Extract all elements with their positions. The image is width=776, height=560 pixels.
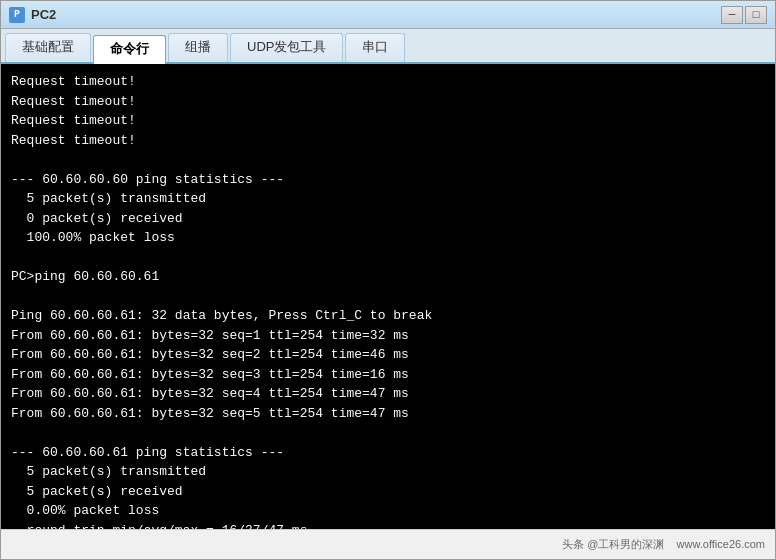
bottom-bar: 头条 @工科男的深渊 www.office26.com [1, 529, 775, 559]
watermark-text: 头条 @工科男的深渊 www.office26.com [562, 537, 765, 552]
main-window: P PC2 ─ □ 基础配置 命令行 组播 UDP发包工具 串口 Request… [0, 0, 776, 560]
window-title: PC2 [31, 7, 721, 22]
maximize-button[interactable]: □ [745, 6, 767, 24]
tab-serial[interactable]: 串口 [345, 33, 405, 62]
window-controls: ─ □ [721, 6, 767, 24]
tab-udp[interactable]: UDP发包工具 [230, 33, 343, 62]
tab-bar: 基础配置 命令行 组播 UDP发包工具 串口 [1, 29, 775, 64]
minimize-button[interactable]: ─ [721, 6, 743, 24]
tab-group[interactable]: 组播 [168, 33, 228, 62]
tab-cmd[interactable]: 命令行 [93, 35, 166, 64]
title-bar: P PC2 ─ □ [1, 1, 775, 29]
window-icon: P [9, 7, 25, 23]
tab-basic[interactable]: 基础配置 [5, 33, 91, 62]
terminal-area[interactable]: Request timeout! Request timeout! Reques… [1, 64, 775, 529]
terminal-output: Request timeout! Request timeout! Reques… [11, 72, 765, 529]
